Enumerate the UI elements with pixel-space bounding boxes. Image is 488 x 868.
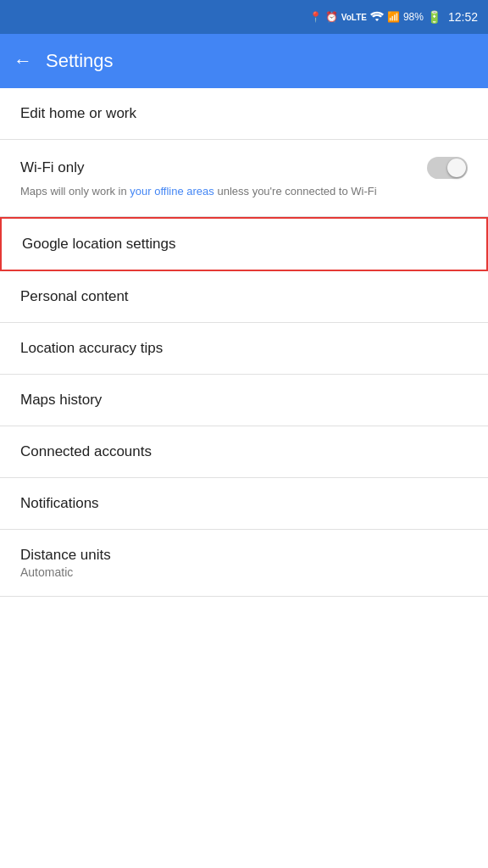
signal-icon: 📶 <box>387 11 400 23</box>
app-bar-title: Settings <box>46 50 114 72</box>
location-accuracy-label: Location accuracy tips <box>20 340 163 356</box>
toggle-knob <box>447 159 466 177</box>
edit-home-work-label: Edit home or work <box>20 105 136 121</box>
battery-percentage: 98% <box>403 11 424 23</box>
notifications-label: Notifications <box>20 495 99 511</box>
settings-item-connected-accounts[interactable]: Connected accounts <box>0 426 488 478</box>
app-bar: ← Settings <box>0 34 488 88</box>
alarm-icon: ⏰ <box>325 11 338 23</box>
maps-history-label: Maps history <box>20 392 102 408</box>
volte-icon: VoLTE <box>341 13 367 22</box>
status-bar: 📍 ⏰ VoLTE 📶 98% 🔋 12:52 <box>0 0 488 34</box>
settings-item-edit-home-work[interactable]: Edit home or work <box>0 88 488 140</box>
settings-content: Edit home or work Wi-Fi only Maps will o… <box>0 88 488 597</box>
wifi-header: Wi-Fi only <box>20 157 468 179</box>
wifi-only-toggle[interactable] <box>427 157 468 179</box>
status-icons: 📍 ⏰ VoLTE 📶 98% 🔋 12:52 <box>309 10 478 25</box>
distance-units-label: Distance units <box>20 547 468 564</box>
settings-item-wifi-only: Wi-Fi only Maps will only work in your o… <box>0 140 488 217</box>
settings-item-maps-history[interactable]: Maps history <box>0 375 488 426</box>
wifi-description: Maps will only work in your offline area… <box>20 184 468 199</box>
distance-units-value: Automatic <box>20 565 468 579</box>
settings-item-distance-units[interactable]: Distance units Automatic <box>0 530 488 597</box>
location-icon: 📍 <box>309 11 322 23</box>
settings-item-location-accuracy[interactable]: Location accuracy tips <box>0 323 488 375</box>
connected-accounts-label: Connected accounts <box>20 443 152 459</box>
status-time: 12:52 <box>448 10 478 24</box>
battery-icon: 🔋 <box>427 10 441 24</box>
offline-areas-link[interactable]: your offline areas <box>130 185 214 198</box>
settings-item-personal-content[interactable]: Personal content <box>0 271 488 323</box>
settings-item-google-location[interactable]: Google location settings <box>0 217 488 271</box>
personal-content-label: Personal content <box>20 288 129 304</box>
google-location-label: Google location settings <box>22 236 175 252</box>
wifi-only-label: Wi-Fi only <box>20 159 85 176</box>
back-button[interactable]: ← <box>14 50 32 72</box>
settings-item-notifications[interactable]: Notifications <box>0 478 488 530</box>
wifi-icon <box>370 10 384 25</box>
